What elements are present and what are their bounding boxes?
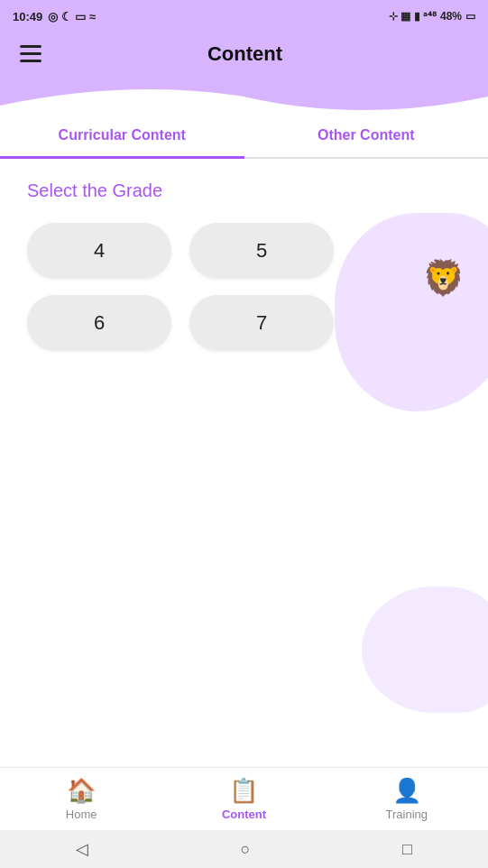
home-system-button[interactable]: ○: [241, 840, 251, 859]
training-icon: 👤: [392, 777, 421, 805]
nav-item-home[interactable]: 🏠 Home: [50, 777, 113, 821]
bottom-nav: 🏠 Home 📋 Content 👤 Training: [0, 767, 488, 830]
blob-decoration-bottom: [362, 586, 488, 713]
status-time: 10:49: [13, 10, 42, 23]
grade-button-5[interactable]: 5: [189, 223, 334, 279]
status-icons: ◎ ☾ ▭ ≈: [48, 10, 96, 23]
menu-button[interactable]: [16, 42, 45, 66]
battery-icon: ▭: [465, 10, 475, 23]
status-battery: 48%: [440, 10, 462, 23]
hamburger-line2: [20, 52, 41, 55]
status-bar: 10:49 ◎ ☾ ▭ ≈ ⊹ ▦ ▮ ᵃ⁴⁸ 48% ▭: [0, 0, 488, 32]
header-wave: [0, 78, 488, 115]
nav-item-training[interactable]: 👤 Training: [375, 777, 438, 821]
recent-button[interactable]: □: [402, 840, 412, 859]
tab-other[interactable]: Other Content: [244, 115, 489, 159]
grade-button-4[interactable]: 4: [27, 223, 171, 279]
header-area: Content: [0, 32, 488, 115]
nav-label-home: Home: [66, 808, 97, 821]
system-nav: ◁ ○ □: [0, 830, 488, 868]
main-content: 🦁 Select the Grade 4 5 6 7: [0, 159, 488, 785]
status-bar-left: 10:49 ◎ ☾ ▭ ≈: [13, 10, 96, 23]
nav-item-content[interactable]: 📋 Content: [212, 777, 275, 821]
status-signal: ⊹ ▦ ▮ ᵃ⁴⁸: [389, 10, 437, 23]
tab-curricular[interactable]: Curricular Content: [0, 115, 244, 159]
top-nav: Content: [0, 32, 488, 78]
nav-label-content: Content: [222, 808, 266, 821]
status-bar-right: ⊹ ▦ ▮ ᵃ⁴⁸ 48% ▭: [389, 10, 475, 23]
grade-button-7[interactable]: 7: [189, 295, 334, 351]
home-icon: 🏠: [67, 777, 96, 805]
grade-grid: 4 5 6 7: [27, 223, 334, 351]
grade-label: Select the Grade: [27, 180, 461, 201]
hamburger-line3: [20, 60, 41, 62]
grade-section: Select the Grade 4 5 6 7: [0, 159, 488, 373]
nav-label-training: Training: [386, 808, 428, 821]
content-icon: 📋: [229, 777, 258, 805]
grade-button-6[interactable]: 6: [27, 295, 171, 351]
back-button[interactable]: ◁: [76, 839, 88, 859]
hamburger-line1: [20, 45, 41, 48]
tab-bar: Curricular Content Other Content: [0, 115, 488, 159]
